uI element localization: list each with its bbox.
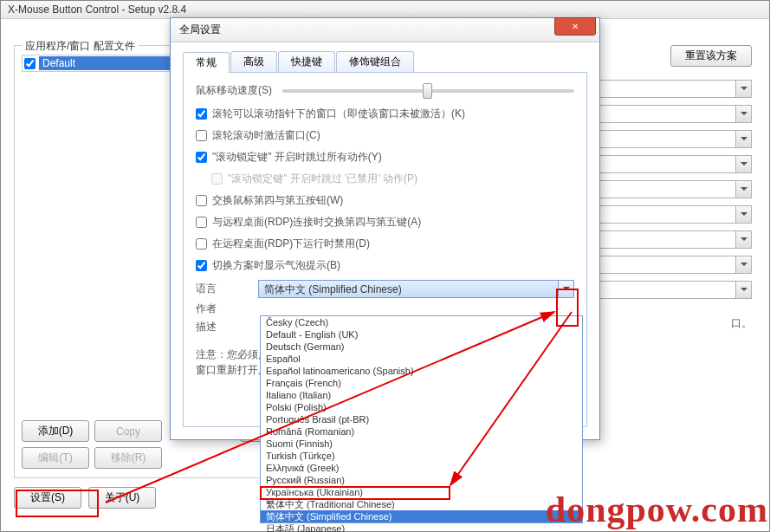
language-option[interactable]: Português Brasil (pt-BR) [261, 413, 582, 425]
language-option[interactable]: Deutsch (German) [261, 341, 582, 353]
language-option[interactable]: Español latinoamericano (Spanish) [261, 365, 582, 377]
chk-scroll-lock-on[interactable]: "滚动锁定键" 开启时跳过所有动作(Y) [196, 150, 574, 165]
language-option[interactable]: Turkish (Türkçe) [261, 450, 582, 462]
chevron-down-icon[interactable] [735, 180, 752, 198]
language-option[interactable]: Polski (Polish) [261, 401, 582, 413]
author-label: 作者 [196, 302, 258, 316]
profile-checkbox[interactable] [24, 58, 36, 69]
chk-rdp-disable[interactable]: 在远程桌面(RDP)下运行时禁用(D) [196, 237, 574, 251]
chk-rdp-swap[interactable]: 与远程桌面(RDP)连接时交换第四与第五键(A) [196, 215, 574, 230]
chevron-down-icon[interactable] [735, 130, 752, 148]
language-option[interactable]: Italiano (Italian) [261, 389, 582, 401]
language-option[interactable]: Default - English (UK) [261, 328, 582, 341]
settings-button[interactable]: 设置(S) [14, 487, 81, 509]
about-button[interactable]: 关于(U) [88, 487, 156, 509]
language-selected: 简体中文 (Simplified Chinese) [258, 280, 559, 298]
tab-general[interactable]: 常规 [183, 52, 230, 73]
desc-label: 描述 [196, 320, 258, 334]
chevron-down-icon[interactable] [735, 105, 752, 123]
profile-group-legend: 应用程序/窗口 配置文件 [22, 39, 139, 54]
chevron-down-icon[interactable] [735, 205, 752, 224]
edit-button: 编辑(T) [22, 447, 89, 469]
language-dropdown[interactable]: Česky (Czech)Default - English (UK)Deuts… [260, 315, 583, 523]
language-option[interactable]: Română (Romanian) [261, 425, 582, 438]
slider-thumb[interactable] [423, 83, 432, 99]
language-label: 语言 [196, 282, 258, 296]
chk-scroll-under[interactable]: 滚轮可以滚动指针下的窗口（即使该窗口未被激活）(K) [196, 107, 574, 121]
mouse-speed-row: 鼠标移动速度(S) [196, 83, 574, 98]
language-option[interactable]: Česky (Czech) [261, 316, 582, 328]
language-option[interactable]: 繁体中文 (Traditional Chinese) [261, 498, 582, 510]
language-option[interactable]: Suomi (Finnish) [261, 438, 582, 450]
language-option[interactable]: 简体中文 (Simplified Chinese) [261, 510, 582, 522]
tab-strip: 常规 高级 快捷键 修饰键组合 [183, 51, 587, 73]
mouse-speed-slider[interactable] [282, 89, 574, 93]
close-icon[interactable] [554, 17, 596, 36]
chk-scroll-activate[interactable]: 滚轮滚动时激活窗口(C) [196, 128, 574, 143]
tab-hotkeys[interactable]: 快捷键 [278, 51, 335, 72]
chk-swap45[interactable]: 交换鼠标第四与第五按钮(W) [196, 193, 574, 208]
language-option[interactable]: Français (French) [261, 377, 582, 389]
language-option[interactable]: Ελληνικά (Greek) [261, 462, 582, 474]
language-option[interactable]: 日本語 (Japanese) [261, 522, 582, 532]
chk-scroll-lock-off: "滚动锁定键" 开启时跳过 '已禁用' 动作(P) [211, 172, 574, 186]
mouse-speed-label: 鼠标移动速度(S) [196, 83, 282, 98]
chevron-down-icon[interactable] [735, 256, 752, 274]
chevron-down-icon[interactable] [735, 155, 752, 173]
chk-tooltip[interactable]: 切换方案时显示气泡提示(B) [196, 258, 574, 273]
reset-button[interactable]: 重置该方案 [670, 45, 752, 67]
dialog-titlebar[interactable]: 全局设置 [171, 18, 599, 42]
remove-button: 移除(R) [94, 447, 162, 469]
language-option[interactable]: Español [261, 353, 582, 365]
tab-modifiers[interactable]: 修饰键组合 [336, 51, 414, 72]
chevron-down-icon[interactable] [735, 230, 752, 249]
chevron-down-icon[interactable] [558, 280, 574, 298]
tab-advanced[interactable]: 高级 [230, 51, 277, 72]
language-select[interactable]: 简体中文 (Simplified Chinese) [258, 280, 574, 298]
language-option[interactable]: Українська (Ukrainian) [261, 486, 582, 498]
language-option[interactable]: Русский (Russian) [261, 474, 582, 486]
chevron-down-icon[interactable] [735, 281, 752, 299]
add-button[interactable]: 添加(D) [22, 420, 89, 442]
copy-button: Copy [94, 420, 162, 442]
main-title: X-Mouse Button Control - Setup v2.8.4 [1, 1, 769, 19]
watermark: dongpow.com [546, 489, 768, 530]
chevron-down-icon[interactable] [735, 80, 752, 98]
dialog-title: 全局设置 [179, 23, 221, 37]
